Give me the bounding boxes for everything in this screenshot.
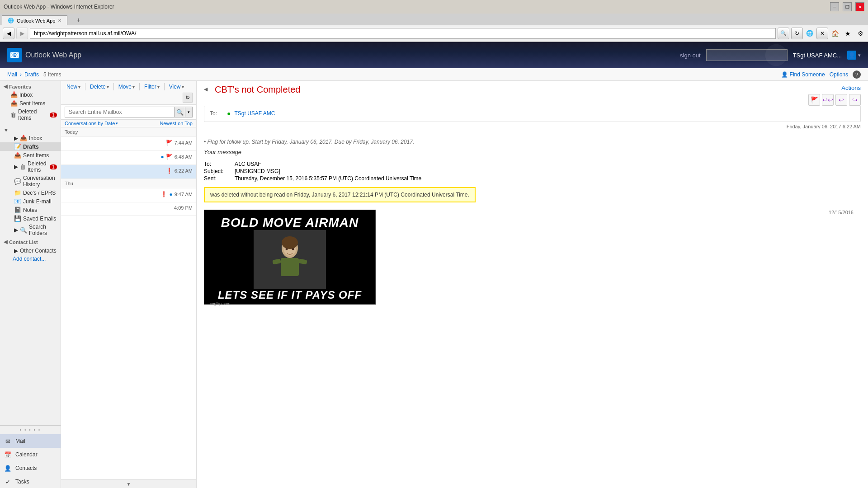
svg-rect-4	[281, 258, 299, 276]
user-dropdown-arrow[interactable]: ▾	[858, 52, 861, 58]
email-item-1[interactable]: 🚩 7:44 AM	[61, 137, 196, 151]
sidebar-sent-label: Sent Items	[23, 152, 49, 159]
svg-point-7	[286, 248, 288, 250]
browser-icons-right: 🏠 ★ ⚙	[830, 28, 865, 38]
help-button[interactable]: ?	[853, 70, 861, 79]
add-contact-link[interactable]: Add contact...	[0, 255, 61, 263]
favorites-section-header[interactable]: ◀ Favorites	[0, 81, 61, 90]
email-received-date: Friday, January 06, 2017 6:22 AM	[204, 124, 861, 129]
sidebar-nav-calendar[interactable]: 📅 Calendar	[0, 448, 61, 461]
mail-section-header[interactable]: ▼	[0, 125, 61, 134]
browser-titlebar-left: Outlook Web App - Windows Internet Explo…	[4, 4, 114, 10]
refresh-list-button[interactable]: ↻	[183, 93, 193, 103]
sidebar-nav-contacts[interactable]: 👤 Contacts	[0, 461, 61, 475]
sort-arrow[interactable]: ▾	[116, 121, 118, 126]
meme-person-svg	[254, 230, 326, 289]
back-button[interactable]: ◀	[3, 28, 14, 39]
sidebar-item-eprs[interactable]: 📁 Dec's / EPRS	[0, 188, 61, 197]
stop-button[interactable]: ✕	[816, 28, 828, 39]
sidebar-item-inbox[interactable]: ▶ 📥 Inbox	[0, 134, 61, 142]
move-button[interactable]: Move ▾	[117, 83, 137, 91]
filter-button[interactable]: Filter ▾	[142, 83, 161, 91]
sidebar-notes-label: Notes	[23, 207, 37, 213]
forward-button[interactable]: ↪	[849, 94, 861, 106]
sidebar-item-sent-fav[interactable]: 📤 Sent Items	[0, 99, 61, 108]
sidebar-item-junk[interactable]: 📧 Junk E-mail	[0, 197, 61, 206]
browser-titlebar-right[interactable]: ─ ❐ ✕	[830, 2, 864, 11]
reply-all-button[interactable]: ↩↩	[822, 94, 834, 106]
delete-button[interactable]: Delete ▾	[88, 83, 111, 91]
svg-point-8	[292, 248, 294, 250]
sidebar-nav-mail[interactable]: ✉ Mail	[0, 434, 61, 448]
restore-button[interactable]: ❐	[843, 2, 852, 11]
flag-email-button[interactable]: 🚩	[808, 94, 820, 106]
expand-deleted-icon: ▶	[14, 164, 18, 170]
email-item-2[interactable]: ● 🚩 6:48 AM	[61, 151, 196, 165]
new-button-arrow[interactable]: ▾	[78, 84, 80, 89]
sidebar-item-other-contacts[interactable]: ▶ Other Contacts	[0, 247, 61, 255]
email-item-2-header: ● 🚩 6:48 AM	[65, 154, 193, 160]
sidebar-drafts-label: Drafts	[23, 144, 39, 150]
filter-button-label: Filter	[144, 84, 156, 90]
sidebar-dots: • • • • •	[0, 426, 61, 434]
options-link[interactable]: Options	[830, 71, 848, 78]
view-button[interactable]: View ▾	[167, 83, 186, 91]
refresh-button[interactable]: ↻	[791, 28, 803, 39]
forward-button[interactable]: ▶	[16, 28, 28, 39]
breadcrumb-mail[interactable]: Mail	[7, 71, 17, 78]
sidebar-item-inbox-fav[interactable]: 📥 Inbox	[0, 90, 61, 99]
actions-label[interactable]: Actions	[841, 84, 861, 91]
filter-button-arrow[interactable]: ▾	[157, 84, 160, 89]
sidebar-eprs-label: Dec's / EPRS	[23, 190, 56, 196]
sidebar-item-saved[interactable]: 💾 Saved Emails	[0, 214, 61, 223]
email-item-3[interactable]: ❗ 6:22 AM	[61, 165, 196, 179]
calendar-nav-icon: 📅	[4, 450, 12, 459]
address-bar[interactable]	[30, 28, 776, 39]
sidebar-item-conv-history[interactable]: 💬 Conversation History	[0, 174, 61, 188]
reply-button[interactable]: ↩	[835, 94, 847, 106]
body-to-label: To:	[204, 161, 231, 167]
favorites-icon[interactable]: ★	[843, 28, 853, 38]
sort-by-date[interactable]: Conversations by Date ▾	[65, 121, 118, 126]
find-someone-link[interactable]: 👤 Find Someone	[781, 71, 825, 78]
search-dropdown-button[interactable]: ▾	[185, 107, 193, 117]
email-item-5-header: 4:09 PM	[65, 205, 193, 211]
owa-header: 📧 Outlook Web App sign out TSgt USAF AMC…	[0, 42, 868, 68]
breadcrumb-separator: ›	[20, 71, 22, 78]
move-button-arrow[interactable]: ▾	[132, 84, 135, 89]
browser-tab-close-icon[interactable]: ✕	[58, 18, 61, 23]
home-icon[interactable]: 🏠	[830, 28, 840, 38]
sidebar-item-deleted-fav[interactable]: 🗑 Deleted Items 1	[0, 108, 61, 122]
sort-newest[interactable]: Newest on Top	[160, 121, 193, 126]
sidebar-item-sent[interactable]: 📤 Sent Items	[0, 151, 61, 160]
scroll-down-button[interactable]: ▼	[61, 479, 196, 488]
browser-title: Outlook Web App - Windows Internet Explo…	[4, 4, 114, 10]
reading-content-area: CBT's not Completed	[215, 84, 801, 99]
sidebar-item-notes[interactable]: 📓 Notes	[0, 206, 61, 214]
new-button[interactable]: New ▾	[65, 83, 82, 91]
new-tab-area[interactable]: +	[67, 14, 89, 25]
browser-toolbar: ◀ ▶ 🔍 ↻ 🌐 ✕ 🏠 ★ ⚙	[0, 25, 868, 42]
toolbar-divider-4	[164, 83, 165, 90]
delete-button-arrow[interactable]: ▾	[107, 84, 109, 89]
close-button[interactable]: ✕	[855, 2, 864, 11]
search-bar-icon[interactable]: 🔍	[778, 28, 789, 39]
email-item-4[interactable]: ❗ ● 9:47 AM	[61, 188, 196, 202]
contact-list-header[interactable]: ◀ Contact List	[0, 237, 61, 247]
breadcrumb-bar: Mail › Drafts 5 Items 👤 Find Someone Opt…	[0, 68, 868, 81]
sign-out-link[interactable]: sign out	[680, 52, 701, 59]
recipient-name[interactable]: TSgt USAF AMC	[234, 110, 275, 117]
view-button-arrow[interactable]: ▾	[182, 84, 184, 89]
browser-tab-active[interactable]: 🌐 Outlook Web App ✕	[2, 15, 67, 25]
sidebar-item-deleted[interactable]: ▶ 🗑 Deleted Items 1	[0, 160, 61, 174]
search-input[interactable]	[65, 107, 175, 117]
sidebar: ◀ Favorites 📥 Inbox 📤 Sent Items 🗑 Delet…	[0, 81, 61, 488]
sidebar-item-search-folders[interactable]: ▶ 🔍 Search Folders	[0, 223, 61, 237]
reading-pane-collapse-arrow[interactable]: ◀	[204, 86, 208, 92]
search-button[interactable]: 🔍	[175, 107, 185, 117]
settings-icon[interactable]: ⚙	[855, 28, 865, 38]
sidebar-item-drafts[interactable]: 📝 Drafts	[0, 142, 61, 151]
sidebar-nav-tasks[interactable]: ✓ Tasks	[0, 475, 61, 488]
email-item-5[interactable]: 4:09 PM	[61, 202, 196, 216]
minimize-button[interactable]: ─	[830, 2, 839, 11]
